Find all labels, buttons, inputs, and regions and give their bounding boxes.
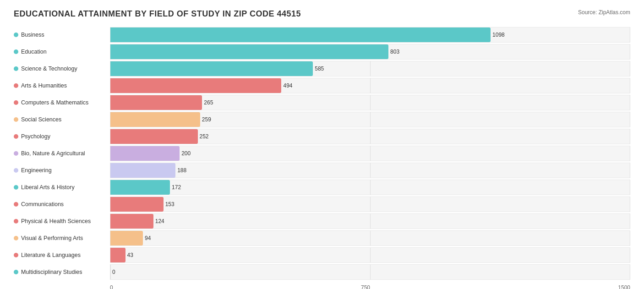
bar-value-label: 172 <box>172 184 181 191</box>
bar-row: Psychology252 <box>14 129 630 144</box>
bar-row: Education803 <box>14 44 630 60</box>
bar-label-text: Business <box>21 32 44 38</box>
x-axis-label: 1500 <box>618 284 630 289</box>
bar-track: 43 <box>110 247 630 263</box>
bar-value-label: 188 <box>177 167 186 174</box>
bar-row: Computers & Mathematics265 <box>14 95 630 110</box>
bar-fill <box>110 27 491 42</box>
bar-fill <box>110 231 143 245</box>
bar-row: Business1098 <box>14 27 630 43</box>
bar-dot-icon <box>14 151 18 156</box>
bar-dot-icon <box>14 202 18 207</box>
bar-track: 200 <box>110 146 630 161</box>
bar-value-label: 803 <box>390 49 399 55</box>
bar-label: Multidisciplinary Studies <box>14 269 110 275</box>
chart-header: EDUCATIONAL ATTAINMENT BY FIELD OF STUDY… <box>14 9 630 19</box>
bar-dot-icon <box>14 185 18 190</box>
bar-value-label: 252 <box>200 133 209 140</box>
bar-label-text: Physical & Health Sciences <box>21 218 91 224</box>
bar-value-label: 43 <box>127 252 133 258</box>
bar-row: Visual & Performing Arts94 <box>14 230 630 246</box>
chart-source: Source: ZipAtlas.com <box>578 9 630 16</box>
bar-dot-icon <box>14 100 18 105</box>
bar-track: 494 <box>110 78 630 93</box>
bar-label: Physical & Health Sciences <box>14 218 110 224</box>
bar-label-text: Arts & Humanities <box>21 82 67 89</box>
bar-label-text: Psychology <box>21 133 50 140</box>
x-axis-labels: 07501500 <box>110 283 630 289</box>
bar-label-text: Bio, Nature & Agricultural <box>21 150 85 157</box>
bar-label-text: Communications <box>21 201 64 207</box>
bar-label: Business <box>14 32 110 38</box>
bar-label-text: Science & Technology <box>21 65 77 72</box>
bar-dot-icon <box>14 236 18 240</box>
bar-fill <box>110 248 126 262</box>
bars-area: Business1098Education803Science & Techno… <box>14 27 630 280</box>
bar-label: Engineering <box>14 167 110 174</box>
bar-fill <box>110 78 281 93</box>
bar-value-label: 153 <box>165 201 175 207</box>
bar-label-text: Visual & Performing Arts <box>21 235 83 241</box>
bar-dot-icon <box>14 270 18 274</box>
bar-row: Literature & Languages43 <box>14 247 630 263</box>
x-axis: 07501500 <box>14 283 630 289</box>
bar-value-label: 124 <box>155 218 164 224</box>
bar-label-text: Multidisciplinary Studies <box>21 269 82 275</box>
bar-dot-icon <box>14 219 18 224</box>
bar-row: Social Sciences259 <box>14 112 630 127</box>
bar-value-label: 200 <box>181 150 191 157</box>
bar-track: 252 <box>110 129 630 144</box>
bar-label: Literature & Languages <box>14 252 110 258</box>
bar-value-label: 0 <box>112 269 115 275</box>
bar-label: Psychology <box>14 133 110 140</box>
bar-label-text: Social Sciences <box>21 116 61 123</box>
bar-fill <box>110 197 164 212</box>
bar-row: Science & Technology585 <box>14 61 630 76</box>
bar-track: 124 <box>110 213 630 229</box>
bar-value-label: 585 <box>315 65 324 72</box>
bar-label-text: Education <box>21 49 47 55</box>
bar-label: Liberal Arts & History <box>14 184 110 191</box>
bar-track: 803 <box>110 44 630 60</box>
chart-title: EDUCATIONAL ATTAINMENT BY FIELD OF STUDY… <box>14 9 301 19</box>
bar-value-label: 265 <box>204 99 213 106</box>
x-axis-label: 0 <box>110 284 113 289</box>
bar-row: Arts & Humanities494 <box>14 78 630 93</box>
bar-label-text: Engineering <box>21 167 52 174</box>
bar-value-label: 94 <box>145 235 151 241</box>
bar-label: Visual & Performing Arts <box>14 235 110 241</box>
bar-track: 585 <box>110 61 630 76</box>
bar-label-text: Liberal Arts & History <box>21 184 75 191</box>
bar-fill <box>110 163 175 178</box>
bar-value-label: 259 <box>202 116 211 123</box>
bar-track: 1098 <box>110 27 630 43</box>
bar-fill <box>110 129 198 144</box>
bar-dot-icon <box>14 168 18 173</box>
bar-label: Computers & Mathematics <box>14 99 110 106</box>
bar-label-text: Literature & Languages <box>21 252 81 258</box>
bar-dot-icon <box>14 253 18 257</box>
bar-fill <box>110 44 388 59</box>
bar-label: Arts & Humanities <box>14 82 110 89</box>
bar-fill <box>110 112 200 127</box>
bar-row: Liberal Arts & History172 <box>14 180 630 195</box>
bar-row: Multidisciplinary Studies0 <box>14 264 630 280</box>
chart-container: EDUCATIONAL ATTAINMENT BY FIELD OF STUDY… <box>14 9 630 289</box>
bar-track: 153 <box>110 196 630 212</box>
bar-track: 94 <box>110 230 630 246</box>
bar-fill <box>110 214 153 229</box>
bar-dot-icon <box>14 33 18 37</box>
bar-dot-icon <box>14 117 18 122</box>
bar-dot-icon <box>14 49 18 54</box>
bar-track: 259 <box>110 112 630 127</box>
bar-fill <box>110 95 202 110</box>
bar-fill <box>110 146 180 161</box>
bar-label: Education <box>14 49 110 55</box>
bar-fill <box>110 61 313 76</box>
bar-track: 188 <box>110 163 630 178</box>
bar-fill <box>110 180 170 195</box>
bar-label: Social Sciences <box>14 116 110 123</box>
bar-dot-icon <box>14 83 18 88</box>
bar-track: 0 <box>110 264 630 280</box>
bar-track: 265 <box>110 95 630 110</box>
